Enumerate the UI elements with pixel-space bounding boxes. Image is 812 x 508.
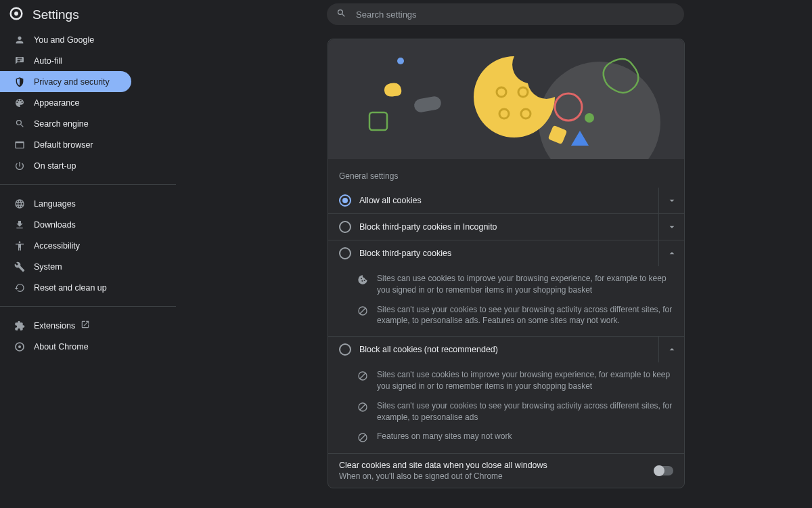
sidebar-item-appearance[interactable]: Appearance	[0, 92, 176, 113]
sidebar-label: About Chrome	[34, 342, 89, 352]
sidebar-label: System	[34, 262, 62, 272]
sidebar-item-reset-and-clean-up[interactable]: Reset and clean up	[0, 277, 176, 298]
sidebar-item-languages[interactable]: Languages	[0, 193, 176, 214]
radio-block-all[interactable]	[339, 343, 351, 356]
on-start-up-icon	[14, 160, 26, 172]
external-link-icon	[81, 320, 90, 331]
sidebar-item-on-start-up[interactable]: On start-up	[0, 155, 176, 176]
sidebar-item-auto-fill[interactable]: Auto-fill	[0, 50, 176, 71]
sidebar-item-default-browser[interactable]: Default browser	[0, 134, 176, 155]
sidebar-label: Accessibility	[34, 241, 80, 251]
downloads-icon	[14, 219, 26, 231]
languages-icon	[14, 198, 26, 210]
main-panel: General settings Allow all cookiesBlock …	[328, 39, 685, 488]
hero-illustration	[328, 39, 684, 159]
chevron-up-icon[interactable]	[658, 337, 684, 362]
cookie-option-block-tp: Block third-party cookiesSites can use c…	[328, 240, 684, 336]
sidebar-label: Downloads	[34, 220, 76, 230]
search-engine-icon	[14, 118, 26, 130]
sidebar-item-downloads[interactable]: Downloads	[0, 214, 176, 235]
extensions-icon	[14, 320, 26, 332]
cookie-option-allow-all: Allow all cookies	[328, 188, 684, 213]
sidebar-item-system[interactable]: System	[0, 256, 176, 277]
sidebar-label: You and Google	[34, 35, 94, 45]
sidebar-label: On start-up	[34, 161, 76, 171]
radio-block-tp-incognito[interactable]	[339, 221, 351, 233]
svg-point-3	[18, 345, 21, 348]
section-title: General settings	[328, 159, 684, 188]
accessibility-icon	[14, 240, 26, 252]
svg-rect-12	[369, 112, 387, 130]
sidebar-item-accessibility[interactable]: Accessibility	[0, 235, 176, 256]
detail-row: Sites can't use your cookies to see your…	[328, 300, 684, 331]
sidebar-label: Extensions	[34, 321, 75, 331]
cookie-option-block-tp-incognito: Block third-party cookies in Incognito	[328, 213, 684, 240]
sidebar-item-extensions[interactable]: Extensions	[0, 315, 176, 336]
radio-block-tp[interactable]	[339, 247, 351, 259]
block-icon	[357, 431, 369, 444]
clear-cookies-sub: When on, you'll also be signed out of Ch…	[339, 471, 654, 481]
detail-row: Sites can't use your cookies to see your…	[328, 396, 684, 427]
radio-label: Block third-party cookies	[359, 249, 658, 258]
chevron-down-icon[interactable]	[658, 188, 684, 213]
cookie-options: Allow all cookiesBlock third-party cooki…	[328, 188, 684, 453]
sidebar-item-about-chrome[interactable]: About Chrome	[0, 336, 176, 357]
svg-point-9	[555, 93, 582, 121]
block-icon	[357, 370, 369, 382]
detail-text: Features on many sites may not work	[377, 431, 512, 444]
appearance-icon	[14, 97, 26, 109]
svg-rect-11	[548, 125, 568, 145]
sidebar-item-search-engine[interactable]: Search engine	[0, 113, 176, 134]
svg-point-1	[14, 12, 18, 16]
clear-cookies-row: Clear cookies and site data when you clo…	[328, 453, 684, 488]
search-input[interactable]	[356, 9, 675, 20]
svg-point-10	[585, 113, 594, 123]
divider	[0, 306, 176, 307]
radio-label: Allow all cookies	[359, 196, 658, 205]
clear-cookies-title: Clear cookies and site data when you clo…	[339, 461, 654, 470]
privacy-and-security-icon	[14, 76, 26, 88]
svg-point-13	[397, 58, 404, 64]
detail-row: Sites can use cookies to improve your br…	[328, 269, 684, 300]
sidebar-label: Privacy and security	[34, 77, 110, 87]
about-chrome-icon	[14, 341, 26, 353]
reset-and-clean-up-icon	[14, 282, 26, 294]
chevron-up-icon[interactable]	[658, 240, 684, 266]
cookie-icon	[357, 274, 369, 286]
detail-text: Sites can use cookies to improve your br…	[377, 273, 673, 296]
block-icon	[357, 305, 369, 317]
search-bar[interactable]	[327, 3, 684, 25]
cookie-option-block-all: Block all cookies (not recommended)Sites…	[328, 336, 684, 453]
clear-cookies-toggle[interactable]	[654, 466, 673, 475]
you-and-google-icon	[14, 34, 26, 46]
detail-text: Sites can't use your cookies to see your…	[377, 304, 673, 327]
sidebar-label: Reset and clean up	[34, 283, 107, 293]
chrome-icon	[9, 7, 23, 23]
radio-allow-all[interactable]	[339, 194, 351, 207]
svg-rect-14	[413, 96, 443, 114]
divider	[0, 184, 176, 185]
default-browser-icon	[14, 139, 26, 151]
sidebar: You and GoogleAuto-fillPrivacy and secur…	[0, 29, 176, 357]
sidebar-item-you-and-google[interactable]: You and Google	[0, 29, 176, 50]
page-title: Settings	[32, 7, 79, 22]
sidebar-item-privacy-and-security[interactable]: Privacy and security	[0, 71, 131, 92]
system-icon	[14, 261, 26, 273]
sidebar-label: Appearance	[34, 98, 79, 108]
radio-label: Block third-party cookies in Incognito	[359, 222, 658, 232]
chevron-down-icon[interactable]	[658, 214, 684, 240]
radio-label: Block all cookies (not recommended)	[359, 345, 658, 354]
detail-row: Sites can't use cookies to improve your …	[328, 365, 684, 396]
sidebar-label: Auto-fill	[34, 56, 62, 66]
sidebar-label: Default browser	[34, 140, 93, 150]
block-icon	[357, 401, 369, 413]
search-icon	[336, 8, 356, 21]
detail-text: Sites can't use cookies to improve your …	[377, 369, 673, 392]
sidebar-label: Search engine	[34, 119, 89, 129]
auto-fill-icon	[14, 55, 26, 67]
detail-text: Sites can't use your cookies to see your…	[377, 400, 673, 423]
detail-row: Features on many sites may not work	[328, 427, 684, 448]
sidebar-label: Languages	[34, 199, 76, 209]
